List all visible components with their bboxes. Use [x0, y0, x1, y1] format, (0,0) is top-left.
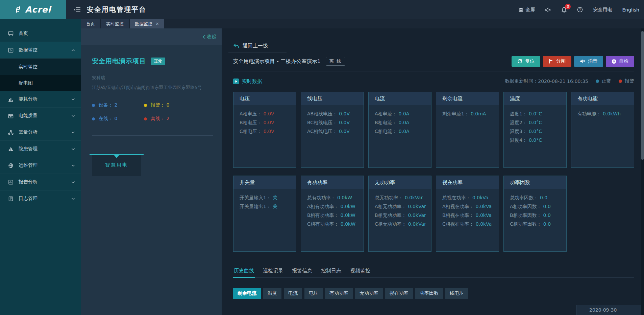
sidebar-menu: 首页数据监控实时监控配电图能耗分析电能质量需量分析隐患管理运维管理报告分析日志管…	[0, 19, 81, 315]
company-name: 安科瑞	[92, 75, 213, 81]
card-value: 0.0V	[339, 111, 350, 116]
card-row: C相无功功率：0.0kVar	[375, 220, 428, 228]
panel-divider	[92, 135, 213, 136]
card-row: 开关量输入1：关	[240, 193, 293, 202]
project-stats: 设备： 2报警： 0在线： 0离线： 2	[92, 102, 213, 122]
notifications-button[interactable]: 0	[561, 7, 567, 13]
fullscreen-button[interactable]: 全屏	[518, 7, 535, 13]
help-button[interactable]: ?	[577, 7, 583, 13]
card-value: 0.0	[540, 195, 547, 200]
logo-text: Acrel	[25, 5, 51, 15]
card-无功功率: 无功功率总无功功率：0.0kVarA相无功功率：0.0kVarB相无功功率：0.…	[368, 176, 431, 252]
tab-首页[interactable]: 首页	[81, 19, 100, 28]
card-title: 功率因数	[504, 176, 566, 189]
question-icon: ?	[577, 7, 583, 13]
realtime-section-row: 实时数据 数据更新时间： 2020-08-21 16:00:35 正常报警	[233, 77, 634, 86]
sidebar-item-label: 数据监控	[19, 47, 38, 53]
sidebar-item-label: 报告分析	[19, 179, 38, 185]
card-row: A相电压：0.0V	[240, 109, 293, 118]
legend-dot	[619, 80, 622, 83]
chip-电压[interactable]: 电压	[304, 288, 323, 299]
sidebar-item-能耗分析[interactable]: 能耗分析	[0, 91, 81, 108]
flag-icon	[549, 59, 553, 64]
card-value: 0.0kW	[341, 204, 355, 209]
legend-dot	[596, 80, 599, 83]
sidebar-item-报告分析[interactable]: 报告分析	[0, 174, 81, 190]
tab-数据监控[interactable]: 数据监控✕	[130, 19, 164, 28]
user-menu[interactable]: 安全用电	[593, 7, 612, 13]
chip-无功功率[interactable]: 无功功率	[355, 288, 383, 299]
sidebar-subitem-配电图[interactable]: 配电图	[0, 75, 81, 91]
chip-电流[interactable]: 电流	[284, 288, 302, 299]
card-title: 剩余电流	[436, 92, 499, 105]
card-row: C相有功功率：0.0kW	[307, 220, 360, 228]
card-value: 0.0V	[339, 129, 350, 134]
sidebar-item-首页[interactable]: 首页	[0, 25, 81, 42]
stat-dot	[92, 117, 95, 120]
sidebar-item-电能质量[interactable]: 电能质量	[0, 108, 81, 124]
realtime-cards: 电压A相电压：0.0VB相电压：0.0VC相电压：0.0V线电压AB相线电压：0…	[233, 92, 634, 252]
chevron-down-icon	[71, 98, 75, 100]
card-title: 开关量	[233, 176, 296, 189]
复位-button[interactable]: 复位	[512, 56, 540, 67]
bottom-tab-视频监控[interactable]: 视频监控	[349, 268, 371, 277]
card-row: B相电压：0.0V	[240, 118, 293, 127]
sidebar-item-日志管理[interactable]: 日志管理	[0, 190, 81, 207]
card-row: B相电流：0.0A	[375, 118, 428, 127]
reset-icon	[517, 59, 522, 64]
自检-button[interactable]: 自检	[606, 56, 634, 67]
mute-speaker-button[interactable]	[545, 7, 551, 13]
bottom-tab-控制日志[interactable]: 控制日志	[320, 268, 342, 277]
page-title: 安全用电管理平台	[87, 5, 146, 14]
card-title: 温度	[504, 92, 566, 105]
legend-正常: 正常	[596, 78, 611, 84]
tab-label: 数据监控	[135, 21, 152, 27]
card-value: 0.0°C	[529, 120, 542, 125]
language-switch[interactable]: English	[622, 7, 639, 13]
sidebar-item-需量分析[interactable]: 需量分析	[0, 124, 81, 141]
date-picker-input[interactable]: 2020-09-30	[576, 305, 644, 315]
card-value: 0.0kVa	[476, 221, 492, 227]
tree-arrow-icon	[114, 155, 119, 160]
sidebar-subitem-实时监控[interactable]: 实时监控	[0, 59, 81, 75]
chip-温度[interactable]: 温度	[263, 288, 281, 299]
tab-close-icon[interactable]: ✕	[155, 22, 159, 26]
menu-fold-icon[interactable]	[74, 7, 81, 13]
sidebar-item-运维管理[interactable]: 运维管理	[0, 157, 81, 174]
card-value: 0.0°C	[529, 129, 542, 134]
chevron-up-icon	[71, 49, 75, 51]
status-badge: 正常	[151, 58, 165, 65]
bottom-tab-巡检记录[interactable]: 巡检记录	[262, 268, 284, 277]
sidebar-item-数据监控[interactable]: 数据监控	[0, 42, 81, 59]
stat-设备: 设备： 2	[92, 102, 144, 108]
bottom-tab-历史曲线[interactable]: 历史曲线	[233, 268, 255, 277]
stat-离线: 离线： 2	[144, 116, 213, 122]
update-time-value: 2020-08-21 16:00:35	[538, 78, 588, 84]
card-row: 总功率因数：0.0	[510, 193, 563, 202]
collapse-panel-button[interactable]: 收起	[202, 34, 216, 40]
chip-功率因数[interactable]: 功率因数	[415, 288, 443, 299]
消音-button[interactable]: 消音	[574, 56, 603, 67]
stat-dot	[144, 117, 147, 120]
back-underline	[228, 52, 287, 52]
chevron-down-icon	[71, 115, 75, 117]
nodes-icon	[8, 130, 14, 135]
chip-有功功率[interactable]: 有功功率	[325, 288, 353, 299]
chevron-down-icon	[71, 164, 75, 167]
card-row: 有功电能：0.0kWh	[577, 109, 630, 118]
chip-剩余电流[interactable]: 剩余电流	[233, 288, 261, 299]
tab-实时监控[interactable]: 实时监控	[101, 19, 129, 28]
fullscreen-icon	[518, 7, 524, 13]
back-button[interactable]: 返回上一级	[233, 43, 634, 49]
card-value: 0.0°C	[529, 137, 542, 143]
card-温度: 温度温度1：0.0°C温度2：0.0°C温度3：0.0°C温度4：0.0°C	[503, 92, 567, 168]
vertical-scrollbar[interactable]	[641, 28, 644, 315]
legend-报警: 报警	[619, 78, 634, 84]
scrollbar-thumb[interactable]	[641, 31, 644, 160]
card-title: 电流	[369, 92, 431, 105]
chip-视在功率[interactable]: 视在功率	[385, 288, 413, 299]
分闸-button[interactable]: 分闸	[543, 56, 571, 67]
sidebar-item-隐患管理[interactable]: 隐患管理	[0, 141, 81, 157]
bottom-tab-报警信息[interactable]: 报警信息	[291, 268, 313, 277]
chip-线电压[interactable]: 线电压	[445, 288, 468, 299]
